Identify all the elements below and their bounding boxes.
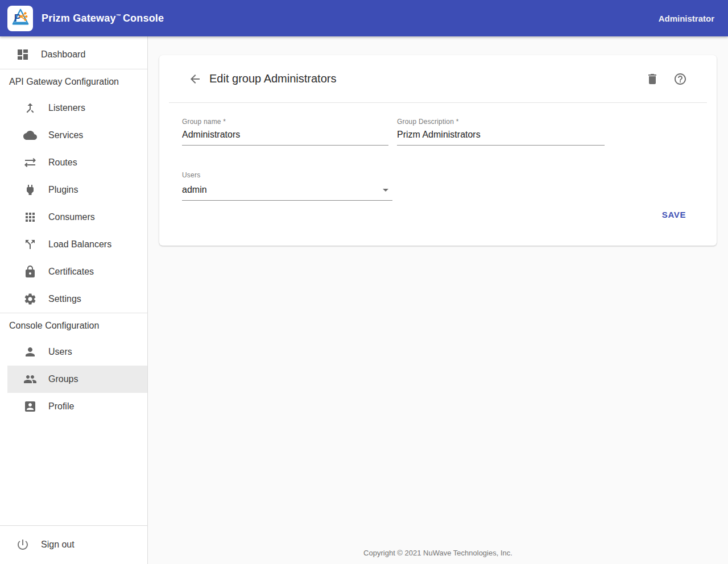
sidebar-section-header: Console Configuration	[0, 313, 147, 338]
prizm-logo-icon: P	[11, 7, 30, 29]
power-plug-icon	[23, 183, 37, 197]
sidebar-item-plugins[interactable]: Plugins	[0, 176, 147, 204]
edit-group-card: Edit group Administrators	[159, 55, 717, 246]
edit-group-form: Group name * Group Description * Users a…	[159, 103, 717, 246]
users-field: Users admin	[182, 171, 392, 201]
sidebar: Dashboard API Gateway Configuration List…	[0, 36, 148, 564]
form-row-1: Group name * Group Description *	[182, 118, 686, 146]
apps-grid-icon	[23, 210, 37, 224]
sidebar-item-label: Certificates	[48, 267, 94, 277]
sidebar-item-listeners[interactable]: Listeners	[0, 94, 147, 122]
person-icon	[23, 345, 37, 359]
sidebar-item-users[interactable]: Users	[0, 338, 147, 366]
sidebar-item-label: Load Balancers	[48, 239, 111, 250]
group-description-field: Group Description *	[397, 118, 605, 146]
sidebar-item-load-balancers[interactable]: Load Balancers	[0, 231, 147, 258]
page-title: Edit group Administrators	[209, 72, 336, 85]
card-header: Edit group Administrators	[159, 55, 717, 102]
power-icon	[16, 538, 30, 551]
delete-group-button[interactable]	[646, 72, 659, 86]
sidebar-item-routes[interactable]: Routes	[0, 149, 147, 176]
app-logo: P	[7, 6, 33, 31]
call-merge-icon	[23, 101, 37, 115]
sidebar-item-consumers[interactable]: Consumers	[0, 204, 147, 231]
sidebar-item-profile[interactable]: Profile	[0, 393, 147, 420]
sidebar-signout-section: Sign out	[0, 525, 147, 564]
sync-alt-icon	[23, 156, 37, 169]
arrow-back-icon	[188, 72, 202, 86]
copyright-text: Copyright © 2021 NuWave Technologies, In…	[148, 549, 728, 557]
people-icon	[23, 372, 37, 386]
svg-text:P: P	[14, 13, 20, 24]
sidebar-spacer	[0, 420, 147, 525]
sidebar-item-label: Groups	[48, 374, 78, 384]
sidebar-item-groups[interactable]: Groups	[7, 366, 147, 393]
sidebar-item-label: Dashboard	[41, 49, 85, 60]
sidebar-item-label: Consumers	[48, 212, 95, 222]
form-actions: SAVE	[182, 209, 686, 221]
users-select-value: admin	[182, 185, 207, 195]
card-header-actions	[646, 72, 687, 86]
sidebar-item-label: Services	[48, 130, 83, 140]
sidebar-item-label: Profile	[48, 401, 74, 412]
users-select[interactable]: admin	[182, 179, 392, 201]
sidebar-item-dashboard[interactable]: Dashboard	[0, 41, 147, 68]
sidebar-section-header: API Gateway Configuration	[0, 69, 147, 94]
cloud-icon	[23, 128, 37, 142]
save-button[interactable]: SAVE	[662, 209, 686, 221]
sidebar-item-certificates[interactable]: Certificates	[0, 258, 147, 285]
group-name-label: Group name *	[182, 118, 388, 126]
sidebar-item-label: Listeners	[48, 103, 85, 113]
users-label: Users	[182, 171, 392, 179]
app-header: P Prizm Gateway™Console Administrator	[0, 0, 728, 36]
form-row-2: Users admin	[182, 171, 686, 201]
gear-icon	[23, 292, 37, 306]
app-title: Prizm Gateway™Console	[42, 13, 164, 24]
trademark-symbol: ™	[116, 13, 121, 19]
sign-out-label: Sign out	[41, 540, 75, 550]
dropdown-arrow-icon	[379, 183, 392, 197]
sidebar-item-label: Plugins	[48, 185, 78, 195]
help-button[interactable]	[673, 72, 687, 86]
dashboard-icon	[16, 48, 30, 61]
account-box-icon	[23, 400, 37, 413]
sidebar-item-services[interactable]: Services	[0, 122, 147, 149]
group-name-input[interactable]	[182, 126, 388, 146]
group-name-field: Group name *	[182, 118, 388, 146]
sidebar-item-settings[interactable]: Settings	[0, 285, 147, 313]
sidebar-item-label: Settings	[48, 294, 81, 304]
header-user-label[interactable]: Administrator	[659, 14, 714, 23]
sign-out-button[interactable]: Sign out	[0, 531, 147, 558]
main-content: Edit group Administrators	[148, 36, 728, 564]
sidebar-section-api-gateway: API Gateway Configuration Listeners Serv…	[0, 69, 147, 313]
sidebar-section-console: Console Configuration Users Groups Profi…	[0, 313, 147, 420]
help-icon	[673, 72, 687, 86]
sidebar-item-label: Users	[48, 347, 72, 357]
back-button[interactable]	[188, 72, 202, 86]
group-description-input[interactable]	[397, 126, 605, 146]
sidebar-section-top: Dashboard	[0, 36, 147, 69]
sidebar-item-label: Routes	[48, 157, 77, 168]
group-description-label: Group Description *	[397, 118, 605, 126]
lock-icon	[23, 265, 37, 279]
trash-icon	[646, 72, 659, 86]
call-split-icon	[23, 238, 37, 251]
